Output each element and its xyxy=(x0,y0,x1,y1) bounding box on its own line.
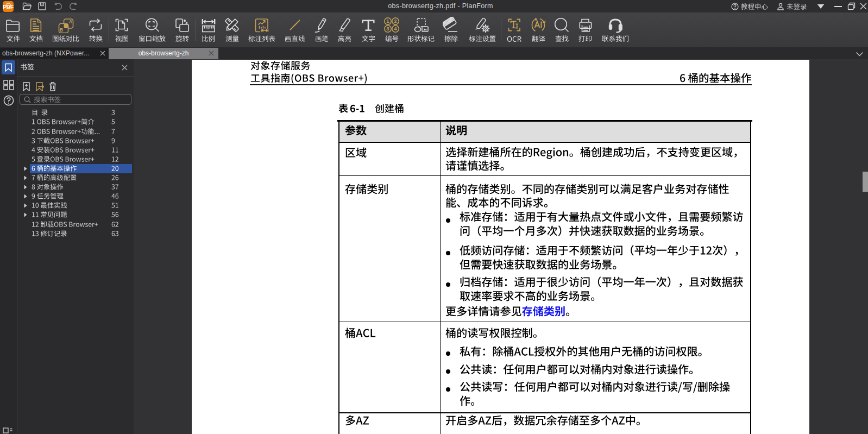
svg-text:B: B xyxy=(60,27,63,33)
svg-text:A: A xyxy=(69,19,72,24)
svg-text:3: 3 xyxy=(386,26,389,32)
svg-text:4: 4 xyxy=(394,26,397,32)
svg-text:1: 1 xyxy=(386,18,389,24)
svg-text:2: 2 xyxy=(394,18,397,24)
